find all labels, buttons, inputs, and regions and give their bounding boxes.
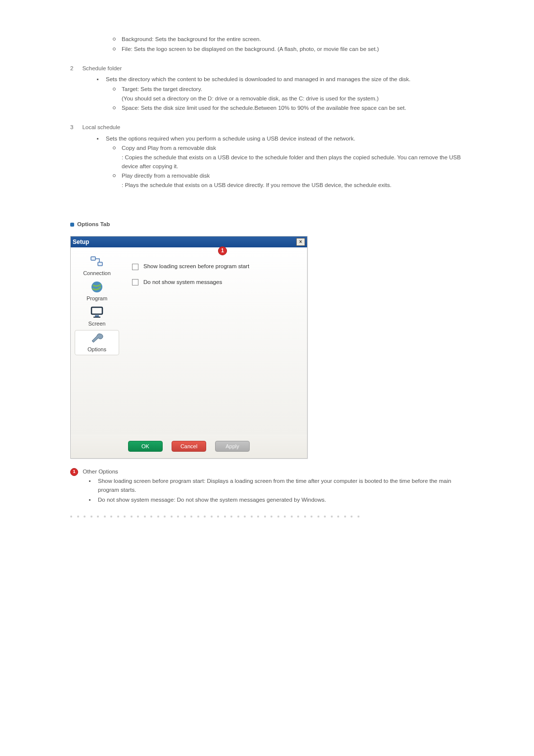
dialog-footer: OK Cancel Apply — [71, 434, 307, 458]
sidebar-item-connection[interactable]: Connection — [75, 254, 119, 279]
apply-button-label: Apply — [225, 442, 239, 451]
hide-messages-row[interactable]: Do not show system messages — [132, 278, 298, 287]
close-icon: × — [299, 238, 302, 246]
section-bullet-icon — [70, 223, 74, 227]
section-3-header: 3 Local schedule — [70, 123, 467, 132]
sidebar-item-options[interactable]: Options — [75, 330, 119, 355]
section-3-sub-copy: Copy and Play from a removable disk — [113, 143, 467, 153]
section-2-sub-space: Space: Sets the disk size limit used for… — [113, 103, 467, 113]
section-3-sub-copy-desc: : Copies the schedule that exists on a U… — [122, 153, 467, 171]
section-2-sub-target-note: (You should set a directory on the D: dr… — [122, 94, 467, 103]
hide-messages-checkbox[interactable] — [132, 279, 138, 285]
svg-rect-3 — [91, 307, 102, 314]
sidebar-connection-label: Connection — [83, 269, 111, 278]
pre-sub-items: Background: Sets the background for the … — [113, 35, 467, 54]
apply-button[interactable]: Apply — [215, 441, 250, 452]
svg-rect-0 — [91, 257, 95, 260]
svg-rect-1 — [98, 262, 102, 266]
section-2-main-bullet: Sets the directory which the content to … — [97, 75, 467, 85]
ok-button[interactable]: OK — [128, 441, 163, 452]
svg-rect-4 — [95, 315, 99, 317]
section-2-num: 2 — [70, 64, 73, 73]
cancel-button-label: Cancel — [180, 442, 197, 451]
sidebar-program-label: Program — [87, 294, 107, 303]
show-loading-row[interactable]: Show loading screen before program start — [132, 262, 298, 271]
dialog-sidebar: Connection Program Screen — [71, 247, 123, 434]
options-tab-heading: Options Tab — [70, 220, 467, 229]
section-3-title: Local schedule — [82, 123, 120, 132]
section-3-bullets: Sets the options required when you perfo… — [97, 134, 467, 144]
section-2-sub-target: Target: Sets the target directory. — [113, 85, 467, 94]
hide-messages-label: Do not show system messages — [143, 278, 222, 287]
section-2-header: 2 Schedule folder — [70, 64, 467, 73]
options-tab-label: Options Tab — [77, 220, 110, 229]
sidebar-item-screen[interactable]: Screen — [75, 305, 119, 329]
dialog-body: Connection Program Screen — [71, 247, 307, 434]
sidebar-screen-label: Screen — [89, 320, 106, 328]
pre-item-file: File: Sets the logo screen to be display… — [113, 45, 467, 54]
section-3-num: 3 — [70, 123, 73, 132]
section-3-main-bullet: Sets the options required when you perfo… — [97, 134, 467, 144]
other-options-b2: Do not show system message: Do not show … — [89, 495, 467, 505]
other-options-bullets: Show loading screen before program start… — [89, 476, 467, 505]
sidebar-options-label: Options — [88, 345, 106, 354]
setup-dialog: Setup × Connection — [70, 236, 308, 459]
svg-rect-5 — [93, 317, 100, 318]
section-3-sub-2: Play directly from a removable disk — [113, 171, 467, 181]
section-2-title: Schedule folder — [82, 64, 122, 73]
wrench-icon — [89, 331, 104, 344]
show-loading-label: Show loading screen before program start — [143, 262, 249, 271]
connection-icon — [89, 255, 104, 268]
other-options-b1: Show loading screen before program start… — [89, 476, 467, 495]
other-options-title: Other Options — [83, 469, 118, 474]
section-2-sub-2: Space: Sets the disk size limit used for… — [113, 103, 467, 113]
callout-1-badge: 1 — [218, 246, 227, 255]
dialog-titlebar: Setup × — [71, 236, 307, 247]
divider-dots — [70, 516, 467, 519]
close-button[interactable]: × — [296, 238, 305, 246]
dialog-title: Setup — [73, 237, 89, 247]
sidebar-item-program[interactable]: Program — [75, 280, 119, 304]
cancel-button[interactable]: Cancel — [172, 441, 206, 452]
section-3-sub-1: Copy and Play from a removable disk — [113, 143, 467, 153]
other-options-heading: 1 Other Options — [70, 468, 467, 476]
dialog-main: 1 Show loading screen before program sta… — [123, 247, 307, 434]
section-3-sub-play-desc: : Plays the schedule that exists on a US… — [122, 181, 467, 190]
show-loading-checkbox[interactable] — [132, 264, 138, 270]
ok-button-label: OK — [141, 442, 149, 451]
section-2-sub: Target: Sets the target directory. — [113, 85, 467, 94]
pre-item-background: Background: Sets the background for the … — [113, 35, 467, 45]
globe-icon — [89, 281, 104, 293]
other-options-callout: 1 — [70, 468, 78, 476]
section-3-sub-play: Play directly from a removable disk — [113, 171, 467, 181]
monitor-icon — [89, 306, 104, 319]
section-2-bullets: Sets the directory which the content to … — [97, 75, 467, 85]
